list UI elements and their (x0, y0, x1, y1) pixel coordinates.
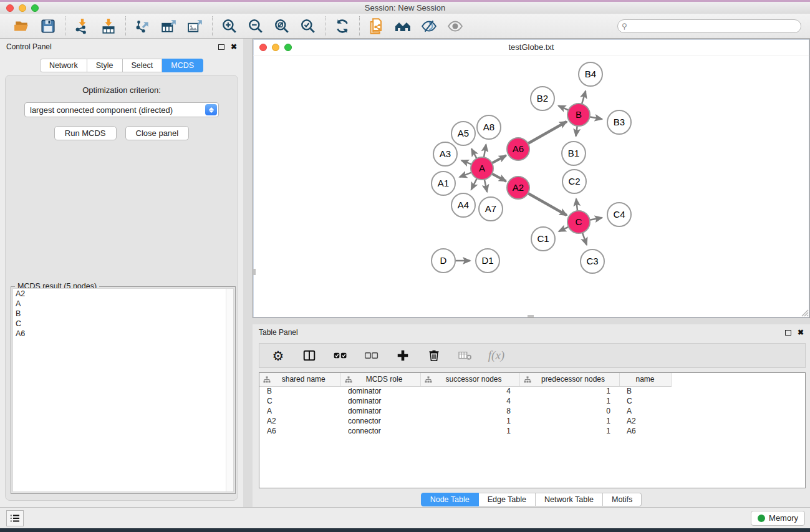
table-row[interactable]: Bdominator41B (259, 386, 805, 396)
graph-node-C1[interactable]: C1 (531, 227, 555, 251)
table-cell: connector (340, 426, 420, 436)
list-item[interactable]: A6 (13, 329, 233, 339)
graph-node-A5[interactable]: A5 (451, 122, 475, 145)
table-cell: A2 (259, 416, 340, 426)
zoom-selected-icon[interactable] (299, 17, 317, 35)
graph-node-B1[interactable]: B1 (562, 142, 586, 165)
graph-node-D[interactable]: D (432, 249, 455, 273)
run-mcds-button[interactable]: Run MCDS (54, 126, 117, 140)
graph-node-B[interactable]: B (567, 104, 590, 126)
column-header-MCDS-role[interactable]: MCDS role (340, 373, 420, 386)
float-panel-icon[interactable] (218, 44, 224, 50)
tab-select[interactable]: Select (123, 59, 163, 72)
tab-network-table[interactable]: Network Table (536, 493, 603, 506)
function-builder-disabled-icon: f(x) (489, 348, 504, 363)
node-table[interactable]: shared nameMCDS rolesuccessor nodesprede… (259, 372, 806, 488)
mcds-result-box: MCDS result (5 nodes) A2ABCA6 (11, 286, 236, 494)
svg-text:D: D (440, 255, 447, 266)
float-panel-icon[interactable] (785, 330, 791, 336)
criterion-dropdown[interactable]: largest connected component (directed) (24, 102, 219, 117)
graph-node-B3[interactable]: B3 (607, 110, 631, 134)
graph-node-A2[interactable]: A2 (507, 177, 529, 199)
svg-text:A4: A4 (458, 200, 469, 210)
graph-node-B2[interactable]: B2 (531, 87, 554, 110)
settings-gear-icon[interactable]: ⚙ (271, 348, 286, 363)
list-item[interactable]: B (13, 309, 233, 319)
table-cell: 0 (519, 406, 619, 416)
eye-disabled-icon[interactable] (446, 17, 464, 35)
main-toolbar: ⚲ (0, 14, 810, 39)
import-table-icon[interactable] (100, 17, 117, 35)
ndex-home-icon[interactable] (394, 17, 412, 35)
table-row[interactable]: A2connector11A2 (259, 416, 805, 426)
list-item[interactable]: A (13, 299, 233, 309)
graph-node-C2[interactable]: C2 (562, 170, 586, 193)
table-panel-title: Table Panel (259, 328, 298, 337)
graph-node-D1[interactable]: D1 (476, 249, 499, 273)
svg-text:A8: A8 (483, 122, 494, 132)
graph-node-A7[interactable]: A7 (479, 197, 503, 221)
deselect-all-checkboxes-icon[interactable] (364, 348, 379, 363)
graph-node-A4[interactable]: A4 (451, 193, 475, 217)
hide-panel-handle[interactable] (253, 269, 256, 275)
add-column-icon[interactable] (395, 348, 410, 363)
toggle-graphics-details-icon[interactable] (420, 17, 438, 35)
task-history-button[interactable] (6, 510, 24, 526)
graph-node-A6[interactable]: A6 (507, 138, 529, 160)
table-cell: A6 (259, 426, 340, 436)
network-window-title: testGlobe.txt (253, 42, 809, 52)
column-header-name[interactable]: name (619, 373, 671, 386)
network-canvas[interactable]: AA1A2A3A4A5A6A7A8BB1B2B3B4CC1C2C3C4DD1 (253, 56, 809, 317)
refresh-layout-icon[interactable] (334, 17, 351, 35)
save-session-icon[interactable] (39, 17, 57, 35)
graph-node-A8[interactable]: A8 (477, 115, 501, 139)
close-panel-button[interactable]: Close panel (125, 126, 190, 140)
export-image-icon[interactable] (186, 17, 204, 35)
svg-text:A3: A3 (440, 148, 451, 159)
table-row[interactable]: Adominator80A (259, 406, 805, 416)
select-all-checkboxes-icon[interactable] (333, 348, 348, 363)
graph-node-B4[interactable]: B4 (579, 62, 602, 86)
scrollbar-track[interactable] (226, 289, 233, 491)
table-toolbar: ⚙ f(x) (259, 343, 806, 368)
tab-motifs[interactable]: Motifs (603, 493, 642, 506)
import-network-icon[interactable] (74, 17, 91, 35)
network-clipboard-icon[interactable] (368, 17, 385, 35)
column-view-icon[interactable] (302, 348, 317, 363)
column-header-successor-nodes[interactable]: successor nodes (420, 373, 519, 386)
tab-style[interactable]: Style (87, 59, 123, 72)
column-header-shared-name[interactable]: shared name (259, 373, 340, 386)
graph-node-A1[interactable]: A1 (432, 172, 455, 195)
zoom-out-icon[interactable] (247, 17, 264, 35)
graph-node-A[interactable]: A (471, 157, 493, 180)
tab-node-table[interactable]: Node Table (421, 493, 479, 506)
close-panel-icon[interactable]: ✖ (798, 329, 804, 336)
tab-mcds[interactable]: MCDS (162, 59, 203, 72)
table-row[interactable]: Cdominator41C (259, 396, 805, 406)
close-panel-icon[interactable]: ✖ (231, 43, 237, 51)
table-cell: 1 (519, 386, 619, 396)
table-row[interactable]: A6connector11A6 (259, 426, 805, 436)
tab-network[interactable]: Network (40, 59, 87, 72)
svg-text:B: B (576, 109, 582, 120)
export-network-icon[interactable] (134, 17, 152, 35)
zoom-in-icon[interactable] (221, 17, 238, 35)
table-cell: A (619, 406, 671, 416)
resize-grip-icon[interactable] (800, 308, 809, 317)
list-item[interactable]: A2 (13, 289, 233, 299)
graph-node-A3[interactable]: A3 (433, 142, 457, 166)
delete-column-icon[interactable] (427, 348, 441, 363)
search-input[interactable] (617, 19, 801, 33)
column-header-predecessor-nodes[interactable]: predecessor nodes (519, 373, 619, 386)
hide-panel-handle[interactable] (528, 315, 534, 317)
graph-node-C[interactable]: C (567, 211, 590, 233)
table-cell: 1 (519, 396, 619, 406)
graph-node-C3[interactable]: C3 (581, 249, 604, 273)
export-table-icon[interactable] (160, 17, 178, 35)
graph-node-C4[interactable]: C4 (607, 203, 631, 226)
memory-button[interactable]: Memory (751, 511, 805, 526)
list-item[interactable]: C (13, 319, 233, 329)
tab-edge-table[interactable]: Edge Table (479, 493, 536, 506)
zoom-fit-icon[interactable] (273, 17, 291, 35)
open-file-icon[interactable] (13, 17, 31, 35)
